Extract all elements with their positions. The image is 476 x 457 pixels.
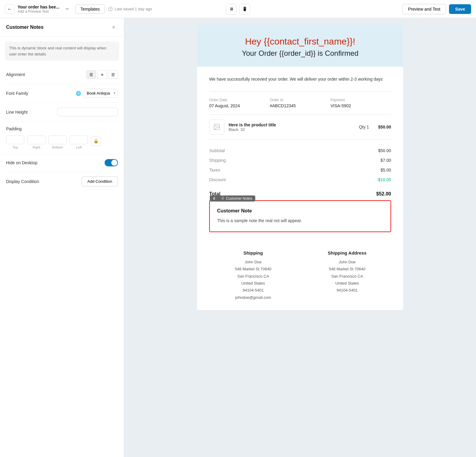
- clock-icon: 🕐: [108, 7, 113, 11]
- drag-icon: ⠿: [221, 196, 224, 201]
- alignment-label: Alignment: [6, 72, 25, 77]
- font-family-label: Font Family: [6, 91, 28, 96]
- close-panel-button[interactable]: ×: [109, 23, 118, 32]
- discount-label: Discount: [209, 177, 226, 182]
- shipping-col: Shipping John Doe548 Market St 70640San …: [209, 250, 297, 301]
- padding-top-input[interactable]: 8: [6, 135, 24, 144]
- add-condition-button[interactable]: Add Condition: [82, 176, 118, 186]
- desktop-icon: 🖥: [230, 7, 233, 11]
- display-condition-label: Display Condition: [6, 179, 39, 184]
- alignment-row: Alignment ☰ ≡ ☰: [6, 65, 118, 84]
- svg-point-1: [215, 125, 216, 126]
- order-info: Order Date 07 August, 2024 Order Id #ABC…: [209, 98, 391, 108]
- product-title: Here is the product title: [229, 122, 359, 127]
- topbar-left: ← Your order has bee... Add a Preview Te…: [5, 4, 158, 14]
- edit-title-button[interactable]: ✏: [62, 4, 72, 14]
- hide-on-desktop-toggle-wrap: [105, 159, 118, 166]
- customer-notes-toolbar: ⏸ ⠿ Customer Notes: [210, 195, 255, 202]
- line-height-label: Line Height: [6, 110, 28, 115]
- order-date-value: 07 August, 2024: [209, 103, 270, 108]
- hide-on-desktop-row: Hide on Desktop: [6, 154, 118, 172]
- email-header: Hey {{contact_first_name}}! Your Order {…: [197, 24, 403, 67]
- order-date-col: Order Date 07 August, 2024: [209, 98, 270, 108]
- toggle-section: Hide on Desktop: [0, 154, 124, 172]
- display-condition-row: Display Condition Add Condition: [0, 172, 124, 191]
- payment-label: Payment: [330, 98, 391, 102]
- info-box: This is dynamic block and real content w…: [5, 42, 119, 61]
- line-height-input[interactable]: 1.5: [57, 108, 118, 116]
- page-title: Your order has bee...: [18, 5, 59, 9]
- divider-1: [209, 92, 391, 92]
- taxes-label: Taxes: [209, 168, 220, 172]
- font-select-group: 🌐 Book Antiqua Arial Georgia: [76, 89, 118, 98]
- product-image-placeholder: [209, 119, 224, 135]
- shipping-footer: Shipping John Doe548 Market St 70640San …: [197, 241, 403, 310]
- taxes-value: $5.00: [380, 168, 391, 172]
- product-details: Here is the product title Black, 32: [229, 122, 359, 132]
- padding-lock-button[interactable]: 🔒: [91, 136, 101, 146]
- padding-left-input[interactable]: 16: [70, 135, 88, 144]
- padding-bottom-label: Bottom: [52, 145, 63, 149]
- padding-left-label: Left: [76, 145, 82, 149]
- toolbar-pause-button[interactable]: ⏸: [210, 195, 218, 202]
- saved-status: 🕐 Last saved 1 day ago: [108, 7, 152, 11]
- panel-header: Customer Notes ×: [0, 18, 124, 37]
- line-height-row: Line Height 1.5: [6, 103, 118, 122]
- edit-icon: ✏: [66, 7, 69, 11]
- font-select-wrap: Book Antiqua Arial Georgia: [83, 89, 118, 98]
- padding-bottom-input[interactable]: 8: [49, 135, 67, 144]
- desktop-view-button[interactable]: 🖥: [226, 4, 237, 15]
- customer-notes-inner: Customer Note This is a sample note the …: [210, 201, 391, 231]
- topbar-title-group: Your order has bee... Add a Preview Text: [18, 5, 59, 14]
- total-and-notes-area: Total $52.00 ⏸ ⠿ Customer Notes: [209, 188, 391, 232]
- right-panel: Hey {{contact_first_name}}! Your Order {…: [124, 18, 476, 457]
- email-header-subtitle: Your Order {{order_id}} is Confirmed: [203, 49, 397, 58]
- save-button[interactable]: Save: [449, 4, 471, 14]
- hide-on-desktop-label: Hide on Desktop: [6, 160, 38, 165]
- email-header-title: Hey {{contact_first_name}}!: [203, 36, 397, 47]
- align-center-button[interactable]: ≡: [97, 70, 107, 79]
- discount-row: Discount -$10.00: [209, 175, 391, 185]
- email-container: Hey {{contact_first_name}}! Your Order {…: [197, 24, 403, 310]
- font-family-select[interactable]: Book Antiqua Arial Georgia: [83, 89, 118, 98]
- customer-note-text: This is a sample note the real not will …: [217, 217, 383, 224]
- alignment-buttons: ☰ ≡ ☰: [86, 70, 118, 79]
- align-left-button[interactable]: ☰: [86, 70, 96, 79]
- topbar-actions: Preview and Test Save: [318, 4, 471, 14]
- payment-col: Payment VISA-5902: [330, 98, 391, 108]
- mobile-view-button[interactable]: 📱: [239, 4, 250, 15]
- shipping-row: Shipping $7.00: [209, 155, 391, 165]
- order-summary: Subtotal $50.00 Shipping $7.00 Taxes $5.…: [209, 146, 391, 185]
- settings-section: Alignment ☰ ≡ ☰ Font Family 🌐: [0, 65, 124, 122]
- padding-top-label: Top: [12, 145, 18, 149]
- order-id-label: Order Id: [270, 98, 330, 102]
- back-button[interactable]: ←: [5, 4, 15, 14]
- discount-value: -$10.00: [377, 177, 391, 182]
- address-lines: John Doe548 Market St 70640San Francisco…: [303, 259, 391, 294]
- taxes-row: Taxes $5.00: [209, 165, 391, 175]
- padding-right-input[interactable]: 16: [27, 135, 45, 144]
- globe-icon: 🌐: [76, 91, 81, 96]
- padding-right-field: 16 Right: [27, 135, 45, 149]
- align-center-icon: ≡: [101, 72, 103, 77]
- product-qty: Qty 1: [359, 125, 369, 129]
- customer-notes-block: ⏸ ⠿ Customer Notes Customer Note This is…: [209, 200, 391, 232]
- address-col-title: Shipping Address: [303, 250, 391, 255]
- align-right-button[interactable]: ☰: [108, 70, 118, 79]
- preview-test-button[interactable]: Preview and Test: [402, 4, 446, 14]
- templates-button[interactable]: Templates: [75, 5, 105, 14]
- subtotal-row: Subtotal $50.00: [209, 146, 391, 155]
- lock-icon: 🔒: [93, 138, 99, 143]
- align-right-icon: ☰: [111, 72, 115, 77]
- shipping-label: Shipping: [209, 158, 226, 163]
- toolbar-block-label: ⠿ Customer Notes: [218, 195, 255, 202]
- padding-top-field: 8 Top: [6, 135, 24, 149]
- padding-bottom-field: 8 Bottom: [49, 135, 67, 149]
- address-col: Shipping Address John Doe548 Market St 7…: [303, 250, 391, 301]
- order-id-col: Order Id #ABCD12345: [270, 98, 330, 108]
- shipping-lines: John Doe548 Market St 70640San Francisco…: [209, 259, 297, 301]
- subtotal-value: $50.00: [378, 148, 391, 153]
- padding-label: Padding: [6, 126, 118, 131]
- hide-on-desktop-toggle[interactable]: [105, 159, 118, 166]
- email-body: We have successfully recevied your order…: [197, 67, 403, 241]
